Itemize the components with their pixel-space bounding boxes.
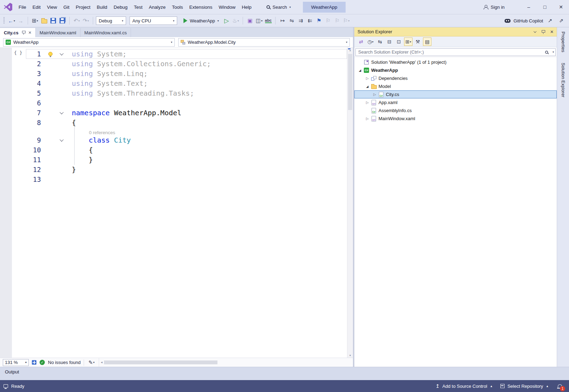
tree-item-solution-weatherapp-1-of-1-project[interactable]: Solution 'WeatherApp' (1 of 1 project) — [354, 58, 557, 66]
close-button[interactable]: ✕ — [553, 0, 569, 14]
menu-test[interactable]: Test — [131, 2, 146, 12]
hot-reload-button[interactable]: ♨▾ — [231, 16, 240, 25]
menu-file[interactable]: File — [15, 2, 29, 12]
menu-extensions[interactable]: Extensions — [186, 2, 216, 12]
menu-build[interactable]: Build — [93, 2, 110, 12]
start-debugging-button[interactable]: WeatherApp ▾ — [181, 16, 222, 25]
menu-git[interactable]: Git — [60, 2, 72, 12]
transpose-lines-button[interactable]: ⇋ — [287, 16, 296, 25]
notifications-button[interactable]: 1 — [558, 384, 562, 389]
tree-item-dependencies[interactable]: ▷Dependencies — [354, 74, 557, 82]
minimize-button[interactable]: – — [521, 0, 537, 14]
editor-tab-mainwindow.xaml.cs[interactable]: MainWindow.xaml.cs — [81, 28, 131, 37]
menu-tools[interactable]: Tools — [169, 2, 186, 12]
tree-item-model[interactable]: ◢Model — [354, 82, 557, 90]
scroll-left-icon[interactable]: ◄ — [100, 361, 103, 364]
pin-icon[interactable] — [541, 30, 545, 34]
solution-explorer-header[interactable]: Solution Explorer ✕ — [354, 27, 557, 36]
maximize-button[interactable]: □ — [537, 0, 553, 14]
window-layout-button[interactable]: ◫▾ — [255, 16, 263, 25]
menu-view[interactable]: View — [44, 2, 60, 12]
side-tab-properties[interactable]: Properties — [561, 32, 566, 52]
scrollbar-thumb[interactable] — [104, 360, 217, 364]
code-editor[interactable]: { } 1using System;2using System.Collecti… — [0, 48, 353, 358]
fold-chevron-icon[interactable] — [60, 138, 63, 142]
solution-configuration-dropdown[interactable]: Debug ▾ — [96, 16, 126, 25]
share-button[interactable]: ↗ — [546, 16, 554, 25]
expander-icon[interactable]: ▷ — [365, 101, 370, 104]
type-member-dropdown[interactable]: WeatherApp.Model.City ▾ — [178, 38, 350, 47]
collapse-all-button[interactable]: ⊟ — [385, 37, 394, 46]
horizontal-scrollbar[interactable]: ◄ — [99, 358, 353, 367]
home-view-button[interactable]: ⊡ — [395, 37, 403, 46]
search-control[interactable]: Search ▾ — [264, 3, 293, 11]
save-all-button[interactable] — [58, 16, 67, 25]
select-repository-button[interactable]: Select Repository ▲ — [500, 384, 549, 389]
search-solution-explorer-input[interactable] — [355, 48, 556, 56]
clear-bookmarks-button[interactable]: ⚐▾ — [342, 16, 351, 25]
menu-window[interactable]: Window — [216, 2, 239, 12]
copilot-label[interactable]: GitHub Copilot — [513, 18, 543, 23]
fold-chevron-icon[interactable] — [60, 51, 63, 55]
spell-checker-button[interactable]: abc — [264, 16, 272, 25]
show-all-files-toggle[interactable]: ⊞▾ — [404, 37, 412, 46]
expander-icon[interactable]: ◢ — [357, 69, 363, 72]
menu-debug[interactable]: Debug — [110, 2, 131, 12]
add-to-source-control-button[interactable]: ↥ Add to Source Control ▲ — [436, 383, 493, 389]
redo-button[interactable]: ↷▾ — [82, 16, 90, 25]
new-item-button[interactable]: ⊞▾ — [31, 16, 39, 25]
previous-bookmark-button[interactable]: ⚐ — [324, 16, 332, 25]
indent-button[interactable]: ⇉ — [297, 16, 305, 25]
vertical-scrollbar[interactable]: ▲ ▼ — [347, 48, 353, 358]
tree-item-weatherapp[interactable]: ◢C#WeatherApp — [354, 66, 557, 74]
tree-item-assemblyinfo.cs[interactable]: C#AssemblyInfo.cs — [354, 106, 557, 115]
scroll-down-icon[interactable]: ▼ — [347, 353, 353, 358]
codelens-references[interactable]: 0 references — [89, 130, 115, 135]
navigate-forward-button[interactable]: → — [16, 16, 25, 25]
line-margin-button[interactable]: ↦ — [278, 16, 287, 25]
project-dropdown[interactable]: C# WeatherApp ▾ — [3, 38, 175, 47]
switch-views-button[interactable]: ⇆ — [376, 37, 384, 46]
editor-tab-mainwindow.xaml[interactable]: MainWindow.xaml — [36, 28, 81, 37]
window-position-chevron-icon[interactable] — [534, 30, 536, 33]
navigate-backward-button[interactable]: ←▾ — [7, 16, 16, 25]
issues-status-label[interactable]: No issues found — [48, 360, 81, 365]
menu-project[interactable]: Project — [72, 2, 93, 12]
expander-icon[interactable]: ◢ — [365, 85, 370, 88]
preview-selected-items-toggle[interactable]: ▤ — [423, 37, 431, 46]
pin-icon[interactable] — [21, 30, 26, 35]
solution-platform-dropdown[interactable]: Any CPU ▾ — [130, 16, 177, 25]
feedback-button[interactable]: ⇗ — [557, 16, 565, 25]
tree-item-city.cs[interactable]: ▷C#City.cs — [354, 90, 557, 98]
document-health-icon[interactable] — [32, 360, 36, 365]
tree-item-app.xaml[interactable]: ▷</>App.xaml — [354, 98, 557, 106]
expander-icon[interactable]: ▷ — [365, 76, 370, 80]
chevron-down-icon[interactable]: ▾ — [553, 50, 554, 54]
zoom-dropdown[interactable]: 131 % ▾ — [3, 359, 29, 366]
scrollbar-thumb[interactable] — [348, 54, 352, 110]
sign-in-button[interactable]: Sign in — [483, 5, 505, 10]
properties-wrench-button[interactable]: ⚒ — [414, 37, 422, 46]
menu-edit[interactable]: Edit — [29, 2, 44, 12]
side-tab-solution-explorer[interactable]: Solution Explorer — [561, 63, 566, 97]
sync-with-active-document-button[interactable]: ⇄ — [357, 37, 365, 46]
close-icon[interactable]: ✕ — [28, 30, 32, 35]
start-without-debugging-button[interactable]: ▷ — [222, 16, 231, 25]
close-icon[interactable]: ✕ — [550, 29, 554, 34]
fold-chevron-icon[interactable] — [60, 110, 63, 114]
expander-icon[interactable]: ▷ — [372, 92, 377, 96]
outdent-button[interactable]: ⇇ — [306, 16, 314, 25]
undo-button[interactable]: ↶▾ — [72, 16, 81, 25]
pending-changes-filter-button[interactable]: ◷▾ — [366, 37, 375, 46]
quick-actions-lightbulb-icon[interactable] — [48, 52, 53, 56]
code-cleanup-button[interactable]: ✎▾ — [87, 358, 96, 367]
menu-analyze[interactable]: Analyze — [146, 2, 169, 12]
tree-item-mainwindow.xaml[interactable]: ▷</>MainWindow.xaml — [354, 115, 557, 123]
toolbar-grip[interactable] — [4, 17, 5, 24]
open-file-button[interactable] — [40, 16, 48, 25]
editor-tab-city.cs[interactable]: City.cs✕ — [0, 28, 36, 37]
menu-help[interactable]: Help — [239, 2, 255, 12]
toggle-bookmark-button[interactable]: ⚑ — [315, 16, 323, 25]
find-in-files-button[interactable]: ▣ — [246, 16, 254, 25]
save-button[interactable] — [49, 16, 57, 25]
